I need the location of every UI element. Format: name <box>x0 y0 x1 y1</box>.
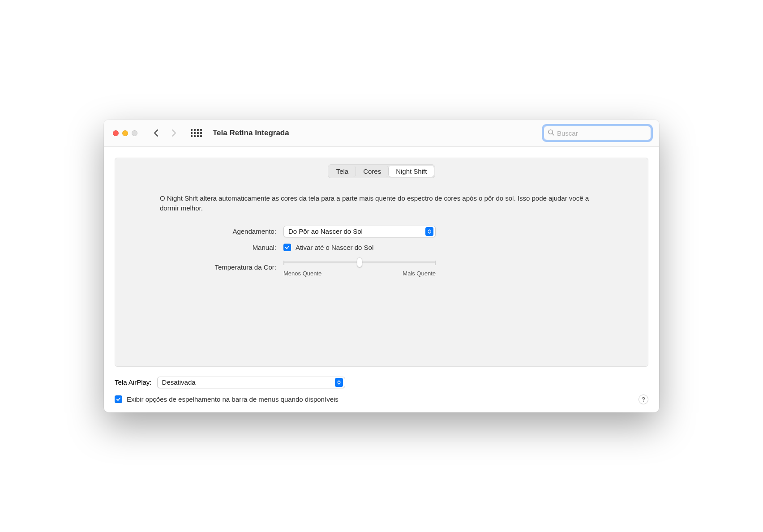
help-button[interactable]: ? <box>639 395 648 404</box>
color-temp-label: Temperatura da Cor: <box>160 263 276 271</box>
back-button[interactable] <box>149 126 163 140</box>
help-icon: ? <box>642 396 645 403</box>
forward-button <box>167 126 180 140</box>
chevron-up-down-icon <box>425 227 433 236</box>
grid-icon <box>191 129 202 137</box>
chevron-up-down-icon <box>335 378 343 387</box>
slider-min-label: Menos Quente <box>283 270 321 277</box>
search-icon <box>548 129 554 137</box>
minimize-window-button[interactable] <box>122 130 128 136</box>
tab-bar: Tela Cores Night Shift <box>160 164 603 178</box>
airplay-label: Tela AirPlay: <box>115 378 152 386</box>
tab-cores[interactable]: Cores <box>356 166 389 177</box>
window-title: Tela Retina Integrada <box>213 129 289 137</box>
manual-checkbox[interactable] <box>283 244 291 251</box>
color-temp-slider[interactable] <box>283 257 436 267</box>
airplay-row: Tela AirPlay: Desativada <box>115 377 648 388</box>
settings-panel: Tela Cores Night Shift O Night Shift alt… <box>115 158 648 367</box>
zoom-window-button <box>132 130 137 136</box>
search-field[interactable] <box>544 126 651 140</box>
schedule-value: Do Pôr ao Nascer do Sol <box>288 227 363 235</box>
toolbar: Tela Retina Integrada <box>104 120 659 147</box>
airplay-value: Desativada <box>162 378 196 386</box>
airplay-popup[interactable]: Desativada <box>157 377 345 388</box>
preferences-window: Tela Retina Integrada Tela Cores Night S… <box>104 120 659 412</box>
slider-max-label: Mais Quente <box>403 270 436 277</box>
mirroring-checkbox-label: Exibir opções de espelhamento na barra d… <box>127 395 339 403</box>
tab-night-shift[interactable]: Night Shift <box>389 166 434 177</box>
tab-tela[interactable]: Tela <box>329 166 356 177</box>
content-area: Tela Cores Night Shift O Night Shift alt… <box>104 147 659 412</box>
schedule-label: Agendamento: <box>160 227 276 235</box>
night-shift-description: O Night Shift altera automaticamente as … <box>160 193 603 213</box>
bottom-row: Exibir opções de espelhamento na barra d… <box>115 395 648 404</box>
close-window-button[interactable] <box>113 130 119 136</box>
manual-label: Manual: <box>160 244 276 251</box>
slider-thumb[interactable] <box>357 257 362 267</box>
schedule-popup[interactable]: Do Pôr ao Nascer do Sol <box>283 226 436 237</box>
search-input[interactable] <box>557 129 647 137</box>
show-all-button[interactable] <box>189 126 203 140</box>
mirroring-checkbox[interactable] <box>115 395 122 403</box>
svg-line-1 <box>552 133 554 135</box>
night-shift-form: Agendamento: Do Pôr ao Nascer do Sol Man… <box>160 226 603 277</box>
window-controls <box>113 130 137 136</box>
manual-checkbox-label: Ativar até o Nascer do Sol <box>296 244 373 251</box>
